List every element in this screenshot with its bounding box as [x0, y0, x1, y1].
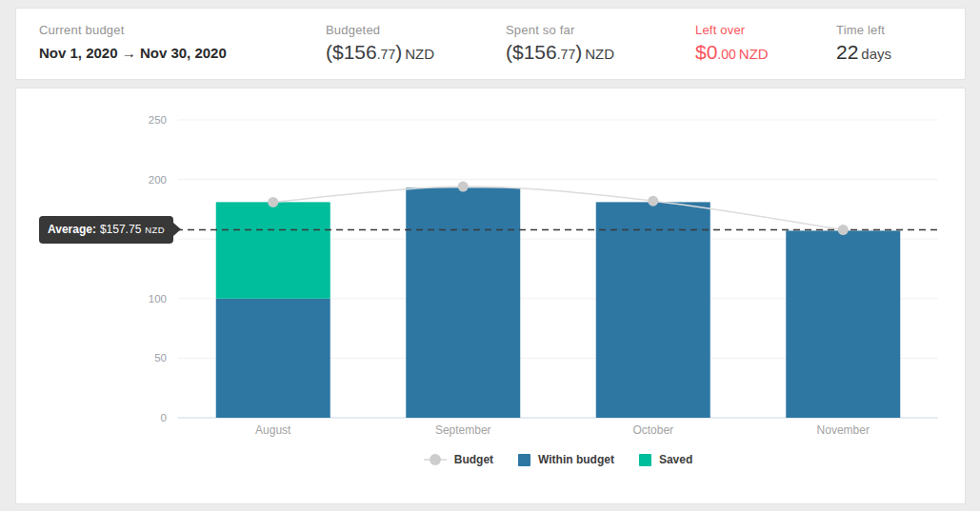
- y-tick-200: 200: [149, 174, 167, 186]
- spent-amount-main: ($156: [506, 41, 557, 63]
- time-left-label: Time left: [836, 23, 891, 37]
- x-label-september: September: [435, 423, 491, 437]
- spent-currency: NZD: [585, 46, 614, 62]
- average-tooltip: Average: $157.75 NZD: [39, 216, 173, 244]
- budget-chart-card: 050100150200250AugustSeptemberOctoberNov…: [15, 88, 966, 504]
- budget-line-dot-icon: [424, 454, 447, 465]
- bar-september-within-budget[interactable]: [406, 187, 520, 418]
- time-left-unit: days: [861, 46, 891, 62]
- average-tooltip-value: $157.75: [100, 223, 141, 236]
- current-budget-range: Nov 1, 2020 → Nov 30, 2020: [39, 45, 227, 61]
- x-label-november: November: [817, 423, 870, 437]
- legend-within-budget-label: Within budget: [538, 453, 614, 466]
- legend-item-budget[interactable]: Budget: [424, 453, 493, 466]
- left-over-amount: $0.00NZD: [695, 41, 769, 64]
- budget-dot-august[interactable]: [268, 197, 278, 207]
- left-over-amount-main: $0: [695, 41, 717, 63]
- x-label-august: August: [255, 423, 291, 437]
- bar-october-within-budget[interactable]: [596, 202, 710, 418]
- bar-november-within-budget[interactable]: [786, 230, 900, 418]
- spent-amount-fraction: .77: [557, 47, 575, 62]
- budget-summary-card: Current budget Nov 1, 2020 → Nov 30, 202…: [15, 8, 966, 80]
- left-over-currency: NZD: [739, 46, 769, 62]
- legend-item-saved[interactable]: Saved: [639, 453, 692, 466]
- chart-legend: Budget Within budget Saved: [178, 452, 938, 467]
- average-tooltip-label: Average:: [48, 223, 96, 236]
- within-budget-swatch-icon: [518, 454, 530, 466]
- left-over-label: Left over: [695, 23, 769, 37]
- bar-august-saved[interactable]: [216, 202, 330, 298]
- budgeted-amount-main: ($156: [326, 41, 377, 63]
- left-over-amount-fraction: .00: [717, 47, 735, 62]
- stat-time-left: Time left 22days: [836, 23, 891, 64]
- budgeted-amount: ($156.77)NZD: [326, 41, 434, 64]
- y-tick-0: 0: [161, 412, 167, 423]
- y-tick-250: 250: [149, 114, 167, 126]
- budget-dot-september[interactable]: [458, 182, 469, 192]
- spent-label: Spent so far: [506, 23, 614, 37]
- stat-budgeted: Budgeted ($156.77)NZD: [326, 23, 434, 64]
- budgeted-label: Budgeted: [326, 23, 434, 37]
- legend-item-within-budget[interactable]: Within budget: [518, 453, 614, 466]
- time-left-value: 22days: [836, 41, 891, 64]
- stat-left-over: Left over $0.00NZD: [695, 23, 769, 64]
- average-tooltip-currency: NZD: [145, 225, 165, 235]
- spent-amount: ($156.77)NZD: [506, 41, 614, 64]
- legend-budget-label: Budget: [454, 453, 493, 466]
- budget-dot-november[interactable]: [838, 225, 849, 235]
- budget-page: Current budget Nov 1, 2020 → Nov 30, 202…: [0, 0, 980, 511]
- bar-august-within-budget[interactable]: [216, 299, 330, 418]
- budgeted-currency: NZD: [405, 46, 434, 62]
- spent-amount-suffix: ): [575, 41, 582, 63]
- saved-swatch-icon: [639, 454, 651, 466]
- budget-line: [273, 187, 844, 229]
- stat-current-budget: Current budget Nov 1, 2020 → Nov 30, 202…: [39, 23, 227, 61]
- budget-dot-october[interactable]: [648, 196, 658, 206]
- budgeted-amount-fraction: .77: [377, 47, 395, 62]
- current-budget-label: Current budget: [39, 23, 227, 37]
- y-tick-50: 50: [154, 352, 167, 364]
- stat-spent-so-far: Spent so far ($156.77)NZD: [506, 23, 614, 64]
- legend-saved-label: Saved: [659, 453, 692, 466]
- time-left-number: 22: [836, 41, 858, 63]
- x-label-october: October: [632, 423, 673, 437]
- budgeted-amount-suffix: ): [395, 41, 402, 63]
- budget-history-chart: 050100150200250AugustSeptemberOctoberNov…: [16, 88, 965, 503]
- y-tick-100: 100: [149, 293, 167, 305]
